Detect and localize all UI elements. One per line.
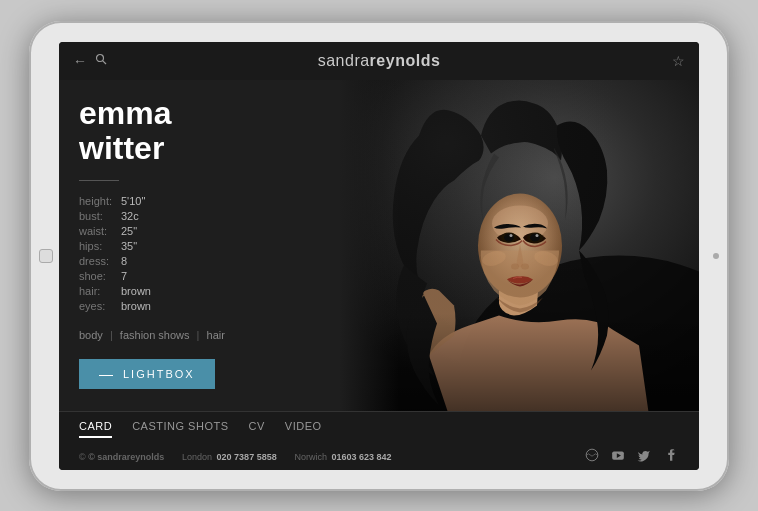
- stat-value: 25": [121, 225, 137, 237]
- stat-row: dress:8: [79, 255, 319, 267]
- stat-value: 8: [121, 255, 127, 267]
- stat-label: height:: [79, 195, 121, 207]
- header: ← sandrareynolds ☆: [59, 42, 699, 80]
- stat-row: eyes:brown: [79, 300, 319, 312]
- lightbox-button[interactable]: — LIGHTBOX: [79, 359, 215, 389]
- tag-separator: |: [194, 329, 203, 341]
- tab-cv[interactable]: CV: [249, 420, 265, 438]
- search-icon[interactable]: [95, 53, 107, 68]
- svg-line-1: [103, 61, 106, 64]
- stat-value: 32c: [121, 210, 139, 222]
- tab-casting_shots[interactable]: CASTING SHOTS: [132, 420, 228, 438]
- tag[interactable]: body: [79, 329, 103, 341]
- stat-row: hair:brown: [79, 285, 319, 297]
- stat-label: dress:: [79, 255, 121, 267]
- left-panel: emma witter height:5'10"bust:32cwaist:25…: [59, 80, 339, 411]
- nav-tabs: CARDCASTING SHOTSCVVIDEO: [79, 412, 679, 442]
- wordpress-icon[interactable]: [583, 446, 601, 464]
- stat-row: shoe:7: [79, 270, 319, 282]
- stat-label: waist:: [79, 225, 121, 237]
- stat-label: shoe:: [79, 270, 121, 282]
- tags: body | fashion shows | hair: [79, 329, 319, 341]
- svg-point-0: [97, 55, 104, 62]
- bottom-nav: CARDCASTING SHOTSCVVIDEO © © sandrareyno…: [59, 411, 699, 470]
- svg-point-18: [586, 449, 598, 461]
- photo-container: [339, 80, 699, 411]
- power-button[interactable]: [713, 253, 719, 259]
- gradient-overlay: [339, 80, 399, 411]
- social-icons: [583, 446, 679, 464]
- youtube-icon[interactable]: [609, 446, 627, 464]
- model-name: emma witter: [79, 96, 319, 166]
- star-icon[interactable]: ☆: [672, 53, 685, 69]
- stat-row: bust:32c: [79, 210, 319, 222]
- back-icon[interactable]: ←: [73, 53, 87, 69]
- footer-copyright: © © sandrareynolds London 020 7387 5858 …: [79, 446, 391, 464]
- stat-row: waist:25": [79, 225, 319, 237]
- divider: [79, 180, 119, 181]
- stat-label: bust:: [79, 210, 121, 222]
- stat-value: 5'10": [121, 195, 145, 207]
- model-photo-panel: [339, 80, 699, 411]
- stats-table: height:5'10"bust:32cwaist:25"hips:35"dre…: [79, 195, 319, 315]
- stat-value: 7: [121, 270, 127, 282]
- header-title: sandrareynolds: [318, 52, 441, 70]
- stat-label: hair:: [79, 285, 121, 297]
- footer-bar: © © sandrareynolds London 020 7387 5858 …: [79, 442, 679, 470]
- tag[interactable]: hair: [207, 329, 225, 341]
- tag-separator: |: [107, 329, 116, 341]
- tab-card[interactable]: CARD: [79, 420, 112, 438]
- home-button[interactable]: [39, 249, 53, 263]
- stat-row: height:5'10": [79, 195, 319, 207]
- stat-value: brown: [121, 285, 151, 297]
- tab-video[interactable]: VIDEO: [285, 420, 322, 438]
- stat-value: brown: [121, 300, 151, 312]
- stat-label: eyes:: [79, 300, 121, 312]
- screen: ← sandrareynolds ☆ emma witter: [59, 42, 699, 470]
- tablet-frame: ← sandrareynolds ☆ emma witter: [29, 21, 729, 491]
- stat-label: hips:: [79, 240, 121, 252]
- stat-value: 35": [121, 240, 137, 252]
- tag[interactable]: fashion shows: [120, 329, 190, 341]
- facebook-icon[interactable]: [661, 446, 679, 464]
- content-area: emma witter height:5'10"bust:32cwaist:25…: [59, 80, 699, 411]
- stat-row: hips:35": [79, 240, 319, 252]
- twitter-icon[interactable]: [635, 446, 653, 464]
